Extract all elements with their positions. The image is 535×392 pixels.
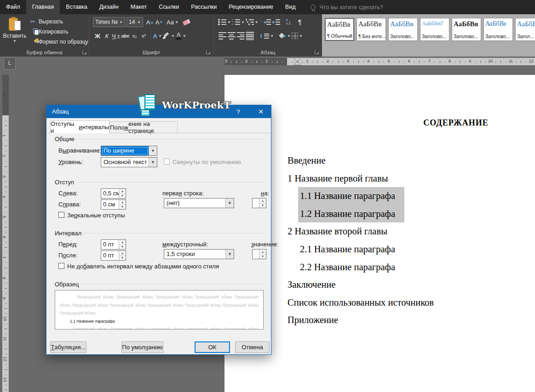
cancel-button[interactable]: Отмена [235,341,270,353]
bullet-list-icon [218,18,226,26]
paragraph-dialog-launcher[interactable] [315,50,319,54]
vertical-ruler[interactable]: 112345678910111213 [2,75,9,392]
mirror-indents-checkbox[interactable] [58,212,64,218]
collapsed-by-default-checkbox[interactable] [164,159,170,165]
dialog-close-button[interactable]: ✕ [251,105,271,118]
ribbon-tab[interactable]: Ссылки [153,0,185,14]
chevron-down-icon[interactable]: ▼ [149,146,157,155]
style-card[interactable]: АаБбВвЗаголово... [483,18,513,41]
font-color-button[interactable]: А▼ [176,31,186,41]
bold-button[interactable]: Ж [93,31,102,41]
by-spinner[interactable]: ▲▼ [252,198,266,208]
chevron-down-icon[interactable]: ▼ [149,158,157,167]
style-sample: АаБбВвГ [420,18,449,27]
paste-button[interactable]: Вставить ▼ [3,16,27,52]
tell-me-box[interactable]: Что вы хотите сделать? [311,4,383,11]
subscript-button[interactable]: х₂ [131,31,139,41]
document-heading[interactable]: СОДЕРЖАНИЕ [396,118,516,128]
multilevel-list-button[interactable]: ▼ [246,17,259,27]
clear-formatting-button[interactable] [183,17,191,27]
indent-right-spinner[interactable]: 0 см ▲▼ [101,199,126,210]
chevron-down-icon[interactable]: ▼ [225,199,234,208]
dialog-help-button[interactable]: ? [230,105,246,118]
group-separator [213,16,214,55]
align-right-button[interactable] [236,31,245,41]
ok-button[interactable]: ОК [195,341,230,353]
show-marks-button[interactable]: ¶ [296,17,304,27]
spacing-before-spinner[interactable]: 0 пт ▲▼ [101,239,126,250]
justify-button[interactable] [246,31,254,41]
document-line[interactable]: Список использованных источников [288,294,434,312]
tabs-button[interactable]: Табуляция... [50,341,86,353]
align-center-button[interactable] [227,31,236,41]
level-combo[interactable]: Основной текст▼ [101,157,157,167]
no-space-same-style-checkbox[interactable] [58,263,64,269]
underline-button[interactable]: Ч▼ [112,31,121,41]
document-line[interactable]: Заключение [288,276,336,294]
format-painter-icon [29,39,37,45]
document-line[interactable]: 1 Название первой главы [288,170,388,187]
grow-font-button[interactable]: А▲ [146,17,154,27]
decrease-indent-button[interactable]: ◄ [263,17,271,27]
text-effects-button[interactable]: А▼ [153,31,162,41]
change-case-button[interactable]: Аа▼ [167,17,178,27]
spacing-after-spinner[interactable]: 0 пт ▲▼ [101,250,126,261]
set-default-button[interactable]: По умолчанию [121,341,163,353]
style-card[interactable]: АаБбВв¶ Без инте... [357,18,386,41]
bullets-button[interactable]: ▼ [218,17,231,27]
tab-indents-spacing[interactable]: Отступы и интервалы [50,120,109,133]
font-name-combo[interactable]: Times New Roman▼ [93,17,125,27]
alignment-combo[interactable]: По ширине▼ [101,146,157,156]
tab-line-page-breaks[interactable]: Положение на странице [109,121,178,133]
style-card[interactable]: АаБбВв¶ Обычный [325,18,354,41]
cut-button[interactable]: ✂ Вырезать [29,17,63,26]
document-line[interactable]: 2 Название второй главы [288,222,387,240]
borders-button[interactable]: ▼ [292,31,303,41]
ribbon-tab[interactable]: Файл [0,0,26,14]
chevron-down-icon[interactable]: ▼ [225,250,234,259]
style-card[interactable]: АаБбВвЗаголово... [452,18,481,41]
document-line[interactable]: 2.2 Название параграфа [300,258,395,276]
at-spinner[interactable]: ▲▼ [252,249,266,259]
document-line[interactable]: Введение [288,152,326,170]
clipboard-dialog-launcher[interactable] [82,50,86,54]
numbering-button[interactable]: ▼ [232,17,245,27]
line-spacing-combo[interactable]: 1,5 строки▼ [164,249,234,259]
paste-dropdown-arrow[interactable]: ▼ [3,39,27,43]
shrink-font-button[interactable]: А▼ [155,17,163,27]
ribbon-tab[interactable]: Рецензирование [223,0,279,14]
ribbon-tab[interactable]: Вид [279,0,302,14]
shading-button[interactable]: ▼ [279,31,291,41]
font-size-combo[interactable]: 14▼ [127,17,143,27]
ribbon-tab[interactable]: Рассылки [185,0,223,14]
indent-left-spinner[interactable]: 0,5 см ▲▼ [101,188,126,199]
strikethrough-button[interactable]: abc [121,31,130,41]
italic-button[interactable]: К [103,31,111,41]
tab-selector[interactable]: L [4,57,16,69]
document-line[interactable]: Приложение [288,311,338,329]
increase-indent-button[interactable]: ► [272,17,280,27]
line-spacing-button[interactable]: ⇕▼ [259,31,274,41]
ribbon-tab[interactable]: Вставка [60,0,93,14]
ruler-tick [5,349,7,349]
text-highlight-button[interactable]: ▼ [163,31,175,41]
style-card[interactable]: АаБбВвЗагол... [515,18,535,41]
ribbon-tab[interactable]: Макет [125,0,153,14]
document-line[interactable]: 2.1 Название параграфа [300,240,395,258]
document-line[interactable]: 1.2 Название параграфа [300,205,404,223]
style-card[interactable]: АаБбВвГЗаголово... [420,18,449,41]
document-line[interactable]: 1.1 Название параграфа [300,187,404,205]
horizontal-ruler[interactable]: 321123456789101112 [224,58,535,65]
left-indent-marker[interactable] [294,65,300,65]
style-card[interactable]: АаБбВвЗаголово... [388,18,418,41]
superscript-button[interactable]: х² [140,31,148,41]
ruler-number: 4 [2,195,6,198]
align-left-button[interactable] [218,31,226,41]
copy-button[interactable]: Копировать [29,27,69,36]
first-line-combo[interactable]: (нет)▼ [164,198,234,208]
font-dialog-launcher[interactable] [206,50,210,54]
ribbon-tab[interactable]: Дизайн [93,0,125,14]
ribbon-tab[interactable]: Главная [26,0,60,14]
format-painter-button[interactable]: Формат по образцу [29,37,88,46]
sort-button[interactable]: АЯ ↓ [284,17,293,27]
